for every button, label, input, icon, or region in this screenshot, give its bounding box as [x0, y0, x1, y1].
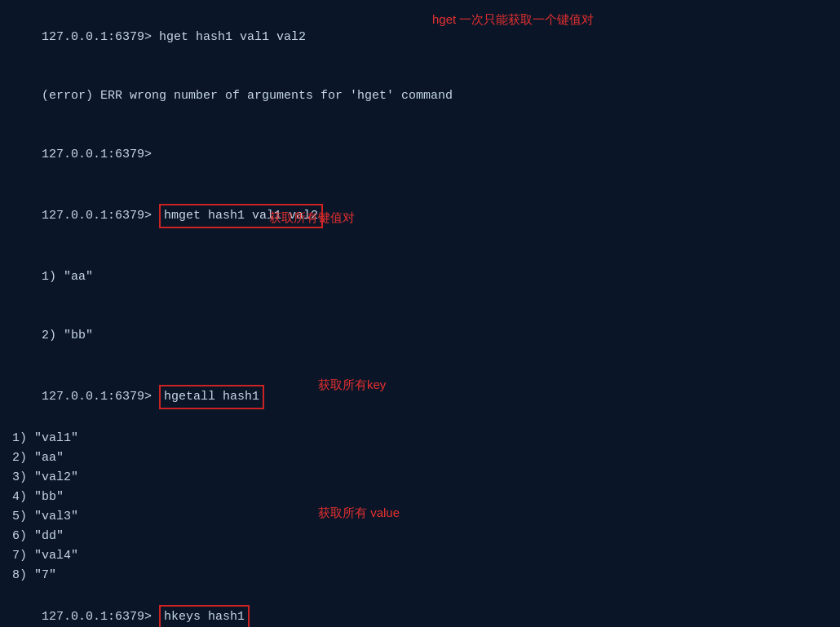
result-4: 1) "aa" — [42, 270, 93, 284]
prompt-3: 127.0.0.1:6379> — [42, 209, 159, 223]
result-12: 6) "dd" — [12, 529, 64, 543]
terminal: 127.0.0.1:6379> hget hash1 val1 val2 (er… — [0, 0, 840, 627]
hkeys-command: hkeys hash1 — [159, 605, 250, 627]
line-6: 127.0.0.1:6379> hgetall hash1 — [12, 365, 828, 429]
line-5: 2) "bb" — [12, 307, 828, 365]
prompt-6: 127.0.0.1:6379> — [42, 390, 159, 404]
line-15: 127.0.0.1:6379> hkeys hash1 — [12, 585, 828, 627]
line-7: 1) "val1" — [12, 429, 828, 448]
result-5: 2) "bb" — [42, 329, 93, 342]
line-2: 127.0.0.1:6379> — [12, 126, 828, 184]
result-7: 1) "val1" — [12, 431, 78, 445]
prompt-0: 127.0.0.1:6379> hget hash1 val1 val2 — [42, 30, 306, 44]
line-13: 7) "val4" — [12, 546, 828, 566]
result-9: 3) "val2" — [12, 470, 78, 484]
line-10: 4) "bb" — [12, 488, 828, 507]
annotation-hgetall: 获取所有键值对 — [269, 210, 355, 226]
result-14: 8) "7" — [12, 568, 56, 582]
line-8: 2) "aa" — [12, 448, 828, 468]
prompt-2: 127.0.0.1:6379> — [42, 148, 152, 161]
line-0: 127.0.0.1:6379> hget hash1 val1 val2 — [12, 8, 828, 67]
result-11: 5) "val3" — [12, 510, 78, 523]
annotation-hkeys: 获取所有key — [318, 378, 386, 393]
line-9: 3) "val2" — [12, 468, 828, 488]
line-4: 1) "aa" — [12, 248, 828, 307]
error-text-0: (error) ERR wrong number of arguments fo… — [42, 89, 453, 103]
prompt-15: 127.0.0.1:6379> — [42, 610, 159, 624]
line-3: 127.0.0.1:6379> hmget hash1 val1 val2 — [12, 184, 828, 248]
line-11: 5) "val3" — [12, 507, 828, 527]
result-8: 2) "aa" — [12, 451, 64, 465]
hgetall-command: hgetall hash1 — [159, 385, 264, 409]
result-10: 4) "bb" — [12, 490, 64, 504]
annotation-hvals: 获取所有 value — [318, 506, 400, 521]
annotation-hget: hget 一次只能获取一个键值对 — [432, 12, 594, 28]
line-14: 8) "7" — [12, 566, 828, 585]
line-1: (error) ERR wrong number of arguments fo… — [12, 67, 828, 126]
result-13: 7) "val4" — [12, 549, 78, 563]
line-12: 6) "dd" — [12, 527, 828, 546]
